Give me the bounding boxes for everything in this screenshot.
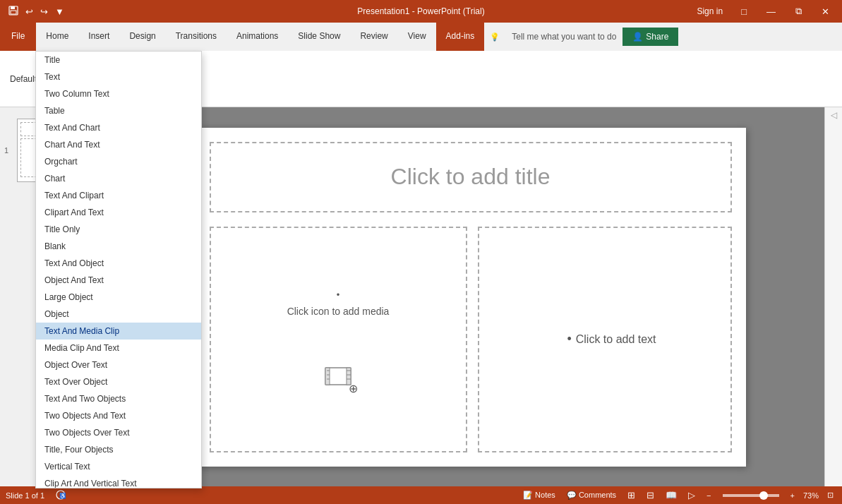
minimize-button[interactable]: — — [759, 0, 783, 23]
tab-animations[interactable]: Animations — [227, 23, 288, 51]
dropdown-item-text-and-clipart[interactable]: Text And Clipart — [36, 187, 201, 204]
tell-me-container: 💡 Tell me what you want to do — [490, 23, 623, 51]
tab-file[interactable]: File — [0, 23, 36, 51]
normal-view-button[interactable]: ⊞ — [625, 488, 638, 502]
svg-rect-2 — [11, 11, 16, 14]
move-cursor-icon: ⊕ — [349, 382, 358, 395]
redo-button[interactable]: ↪ — [37, 5, 51, 18]
svg-text:♿: ♿ — [59, 492, 66, 499]
title-placeholder-text: Click to add title — [391, 164, 551, 190]
share-button[interactable]: 👤 Share — [623, 28, 678, 46]
zoom-track — [723, 494, 779, 497]
ribbon-tabs: File Home Insert Design Transitions Anim… — [0, 23, 678, 51]
slide-title-placeholder[interactable]: Click to add title — [210, 142, 732, 212]
save-button[interactable] — [6, 4, 21, 19]
notes-icon: 📝 — [523, 491, 533, 499]
dropdown-item-text-and-object[interactable]: Text And Object — [36, 255, 201, 272]
undo-button[interactable]: ↩ — [23, 5, 36, 18]
title-bar: ↩ ↪ ▼ Presentation1 - PowerPoint (Trial)… — [0, 0, 842, 23]
dropdown-item-clip-art-and-vertical-text[interactable]: Clip Art And Vertical Text — [36, 475, 201, 488]
media-icon-container: ⊕ — [324, 365, 352, 390]
slide-count: Slide 1 of 1 — [6, 491, 44, 500]
comments-icon: 💬 — [567, 491, 577, 499]
tab-design[interactable]: Design — [119, 23, 165, 51]
main-editing-area: Click to add title • Click icon to add m… — [116, 107, 824, 486]
close-button[interactable]: ✕ — [814, 0, 836, 23]
right-resize-panel: ◁ — [824, 107, 842, 486]
tab-addins[interactable]: Add-ins — [436, 23, 485, 51]
dropdown-item-text-over-object[interactable]: Text Over Object — [36, 373, 201, 390]
dropdown-item-title-four-objects[interactable]: Title, Four Objects — [36, 441, 201, 458]
dropdown-item-orgchart[interactable]: Orgchart — [36, 153, 201, 170]
dropdown-item-title[interactable]: Title — [36, 52, 201, 68]
zoom-in-button[interactable]: + — [788, 490, 798, 501]
accessibility-icon: ♿ — [56, 490, 66, 500]
notes-accessibility-button[interactable]: ♿ — [53, 488, 68, 503]
ribbon-tabs-container: File Home Insert Design Transitions Anim… — [0, 23, 842, 51]
dropdown-item-object-and-text[interactable]: Object And Text — [36, 272, 201, 289]
dropdown-item-text[interactable]: Text — [36, 68, 201, 85]
dropdown-item-two-objects-over-text[interactable]: Two Objects Over Text — [36, 424, 201, 441]
status-left: Slide 1 of 1 ♿ — [6, 488, 68, 503]
tab-view[interactable]: View — [398, 23, 436, 51]
zoom-out-button[interactable]: − — [704, 490, 714, 501]
right-expand-icon[interactable]: ◁ — [831, 110, 837, 120]
comments-button[interactable]: 💬 Comments — [564, 489, 619, 501]
slide-media-placeholder[interactable]: • Click icon to add media — [210, 227, 467, 452]
text-placeholder-text: Click to add text — [576, 333, 656, 346]
dropdown-item-object[interactable]: Object — [36, 306, 201, 323]
dropdown-item-chart-and-text[interactable]: Chart And Text — [36, 136, 201, 153]
slide-sorter-button[interactable]: ⊟ — [644, 488, 657, 502]
tab-transitions[interactable]: Transitions — [166, 23, 227, 51]
window-title: Presentation1 - PowerPoint (Trial) — [357, 6, 484, 16]
title-bar-right: Sign in □ — ⧉ ✕ — [691, 0, 836, 23]
dropdown-item-table[interactable]: Table — [36, 102, 201, 119]
status-right: 📝 Notes 💬 Comments ⊞ ⊟ 📖 ▷ − + 73% ⊡ — [520, 488, 836, 502]
status-bar: Slide 1 of 1 ♿ 📝 Notes 💬 Comments ⊞ ⊟ 📖 … — [0, 486, 842, 504]
fit-slide-button[interactable]: ⊡ — [824, 489, 836, 501]
dropdown-item-blank[interactable]: Blank — [36, 238, 201, 255]
dropdown-item-text-and-media-clip[interactable]: Text And Media Clip — [36, 323, 201, 340]
slideshow-view-button[interactable]: ▷ — [685, 488, 698, 502]
media-bullet: • — [337, 289, 340, 300]
dropdown-item-title-only[interactable]: Title Only — [36, 221, 201, 238]
dropdown-item-chart[interactable]: Chart — [36, 170, 201, 187]
share-icon: 👤 — [632, 32, 643, 42]
layout-dropdown: TitleTextTwo Column TextTableText And Ch… — [35, 51, 202, 488]
restore-window-button[interactable]: ⧉ — [788, 0, 809, 23]
reading-view-button[interactable]: 📖 — [663, 488, 680, 502]
dropdown-item-clipart-and-text[interactable]: Clipart And Text — [36, 204, 201, 221]
tab-home[interactable]: Home — [36, 23, 78, 51]
filmstrip-icon — [324, 365, 352, 388]
slide-number: 1 — [4, 146, 8, 155]
tell-me-box[interactable]: Tell me what you want to do — [505, 30, 623, 44]
slide-text-placeholder[interactable]: • Click to add text — [478, 227, 732, 452]
dropdown-item-media-clip-and-text[interactable]: Media Clip And Text — [36, 340, 201, 356]
text-bullet: • — [567, 332, 571, 347]
tab-review[interactable]: Review — [350, 23, 397, 51]
media-placeholder-text: Click icon to add media — [287, 306, 390, 317]
tab-insert[interactable]: Insert — [78, 23, 119, 51]
tab-slideshow[interactable]: Slide Show — [288, 23, 350, 51]
dropdown-item-two-column-text[interactable]: Two Column Text — [36, 85, 201, 102]
zoom-level: 73% — [803, 491, 819, 500]
dropdown-item-object-over-text[interactable]: Object Over Text — [36, 356, 201, 373]
svg-rect-1 — [11, 6, 15, 9]
customize-qat-button[interactable]: ▼ — [52, 5, 67, 18]
sign-in-button[interactable]: Sign in — [691, 4, 728, 19]
dropdown-item-two-objects-and-text[interactable]: Two Objects And Text — [36, 407, 201, 424]
title-bar-left: ↩ ↪ ▼ — [6, 4, 67, 19]
share-container: 👤 Share — [623, 23, 678, 51]
zoom-slider[interactable] — [723, 494, 779, 497]
dropdown-item-text-and-two-objects[interactable]: Text And Two Objects — [36, 390, 201, 407]
dropdown-item-large-object[interactable]: Large Object — [36, 289, 201, 306]
dropdown-item-vertical-text[interactable]: Vertical Text — [36, 458, 201, 475]
notes-button[interactable]: 📝 Notes — [520, 489, 558, 501]
quick-access-toolbar: ↩ ↪ ▼ — [6, 4, 67, 19]
dropdown-item-text-and-chart[interactable]: Text And Chart — [36, 119, 201, 136]
zoom-thumb[interactable] — [759, 491, 768, 500]
restore-button[interactable]: □ — [734, 0, 754, 23]
slide-canvas[interactable]: Click to add title • Click icon to add m… — [196, 128, 746, 467]
